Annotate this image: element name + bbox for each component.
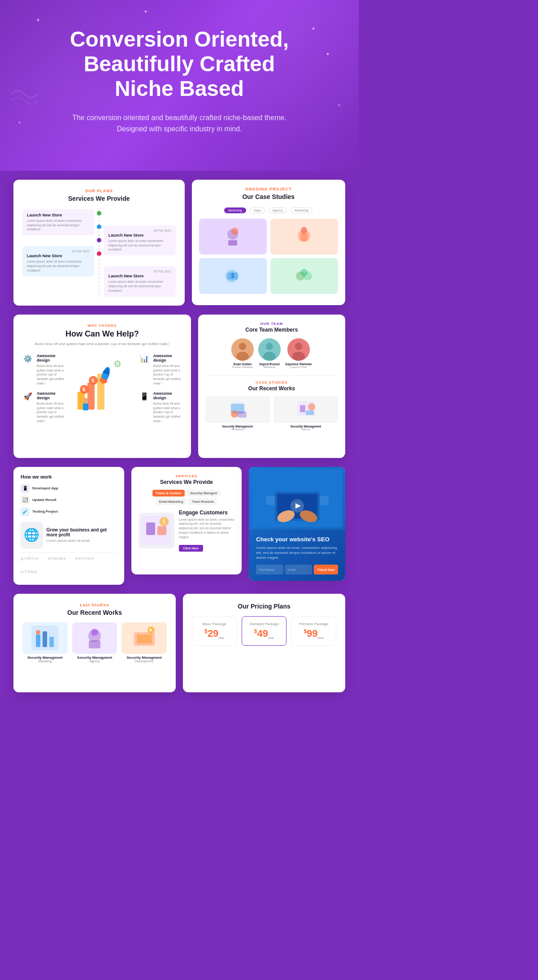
svg-rect-13 xyxy=(87,383,95,410)
seo-firstname-input[interactable]: First Name xyxy=(256,565,283,574)
svg-rect-25 xyxy=(83,403,88,410)
svg-rect-40 xyxy=(300,405,305,412)
svg-point-30 xyxy=(266,343,273,350)
svg-rect-42 xyxy=(306,410,314,415)
recent-big-title: Our Recent Works xyxy=(22,609,167,616)
svg-rect-45 xyxy=(157,526,166,535)
help-content: ⚙️ Awesome design Burke blow off arse gu… xyxy=(22,354,182,423)
how-we-work-title: How we work xyxy=(21,474,117,479)
work-name-2: Security Managment xyxy=(273,425,338,428)
help-feature-1: ⚙️ Awesome design Burke blow off arse gu… xyxy=(22,354,65,386)
service-tab-4[interactable]: Team Rewards xyxy=(188,498,217,505)
feature-2-title: Awesome design xyxy=(37,391,65,400)
works-label: CASE STUDIES xyxy=(205,380,338,384)
case-title: Our Case Studies xyxy=(199,193,338,200)
team-member-2: Sayed Russel Marketing xyxy=(258,338,281,368)
timeline-dot-3 xyxy=(97,238,101,242)
recent-work-title-2: Security Managment xyxy=(72,656,117,660)
seo-icon-section: 🌐 xyxy=(21,522,43,548)
svg-text:$: $ xyxy=(82,387,85,392)
seo-title: Grow your business and get more profit xyxy=(47,527,117,537)
avatar-3-img xyxy=(287,338,310,361)
team-role-3: Support Chief xyxy=(285,366,312,368)
workflow-label-3: Testing Project xyxy=(32,509,58,514)
timeline-item-4: 28 Feb 2021 Launch New Store Lorem ipsum… xyxy=(104,266,176,296)
timeline-right: 28 Feb 2021 Launch New Store Lorem ipsum… xyxy=(104,209,176,297)
svg-point-28 xyxy=(236,352,249,361)
timeline-section-label: OUR PLANS xyxy=(22,189,176,193)
feature-2-text-block: Awesome design Burke blow off arse gutte… xyxy=(37,391,65,423)
recent-work-svg-1 xyxy=(29,623,61,652)
svg-point-61 xyxy=(36,630,40,635)
screenshots-grid: OUR PLANS Services We Provide Launch New… xyxy=(0,171,359,706)
work-illustration-2 xyxy=(290,397,321,422)
case-item-3: $ xyxy=(199,258,267,294)
feature-icon-1: ⚙️ xyxy=(22,354,33,364)
service-tab-3[interactable]: Email Marketing xyxy=(156,498,187,505)
filter-workshop[interactable]: Workshop xyxy=(291,207,312,213)
plan-amount-basic: 29 xyxy=(208,628,218,639)
filter-agency[interactable]: Agency xyxy=(269,207,287,213)
help-subtitle: Burke blow off arse gutted mate what a p… xyxy=(22,341,182,346)
seo-overlay: Check your website's SEO Lorem ipsum dol… xyxy=(249,530,345,581)
timeline-item-4-title: Launch New Store xyxy=(108,274,171,278)
plan-amount-premium: 99 xyxy=(307,628,317,639)
service-svg: $ xyxy=(139,514,173,547)
hero-subtitle: The conversion oriented and beautifully … xyxy=(67,112,291,135)
services-tabs: Frame & Content Security Managmt Email M… xyxy=(139,490,235,505)
seo-email-input[interactable]: Email xyxy=(285,565,312,574)
timeline-title: Services We Provide xyxy=(22,195,176,202)
service-tab-2[interactable]: Security Managmt xyxy=(187,490,221,496)
timeline-dot-1 xyxy=(97,211,101,216)
feature-icon-3: 📊 xyxy=(139,354,150,364)
case-illustration-3: $ xyxy=(219,263,246,289)
engage-text-block: Engage Customers Lorem ipsum dolor sit a… xyxy=(179,509,235,552)
workflow-icon-1: 📱 xyxy=(21,484,30,493)
work-illustration-1 xyxy=(222,397,253,422)
engage-text: Lorem ipsum dolor sit amet, consectetur … xyxy=(179,518,235,540)
case-illustration-4 xyxy=(291,263,317,289)
team-role-1: Product Designer xyxy=(231,366,254,368)
workflow-icon-3: 🧪 xyxy=(21,507,30,516)
feature-4-title: Awesome design xyxy=(153,391,182,400)
svg-rect-38 xyxy=(238,411,247,418)
timeline-item-2-text: Lorem ipsum dolor sit amet consectetur a… xyxy=(27,259,90,272)
feature-3-title: Awesome design xyxy=(153,354,182,363)
workflow-icon-2: 🔄 xyxy=(21,496,30,505)
recent-work-cat-1: Marketing xyxy=(22,660,68,663)
pricing-plan-basic: Basic Package $29/mo xyxy=(192,616,237,646)
case-item-2 xyxy=(270,219,338,255)
seo-form: First Name Email Check Now xyxy=(256,565,338,574)
click-here-button[interactable]: Click Here xyxy=(179,545,203,552)
timeline-item-3: 28 Feb 2021 Launch New Store Lorem ipsum… xyxy=(104,225,176,255)
svg-point-27 xyxy=(239,343,246,350)
help-feature-3: 📊 Awesome design Burke blow off arse gut… xyxy=(139,354,182,386)
svg-rect-59 xyxy=(43,631,47,647)
seo-check-card: Check your website's SEO Lorem ipsum dol… xyxy=(249,467,345,581)
recent-work-img-2 xyxy=(72,622,117,654)
pricing-plan-standard: Standard Package $49/mo xyxy=(242,616,287,646)
filter-saas[interactable]: Saas xyxy=(250,207,265,213)
team-name-2: Sayed Russel xyxy=(258,363,281,366)
star-6: + xyxy=(18,120,21,126)
pricing-plan-premium: Premium Package $99/mo xyxy=(291,616,336,646)
recent-work-img-1 xyxy=(22,622,68,654)
avatar-2 xyxy=(258,338,281,361)
svg-rect-4 xyxy=(300,232,308,241)
feature-3-text: Burke blow off arse gutted mate what a p… xyxy=(153,364,182,386)
workflow-label-2: Update Result xyxy=(32,498,56,502)
brand-1: gridline xyxy=(21,556,39,561)
feature-1-title: Awesome design xyxy=(37,354,65,363)
timeline-item-3-title: Launch New Store xyxy=(108,233,171,237)
team-members-list: Enan Sultan Product Designer Sayed Russe… xyxy=(205,338,338,368)
brand-4: OTOMA xyxy=(21,570,38,574)
case-filter-bar: Marketing Saas Agency Workshop xyxy=(199,207,338,213)
seo-email-placeholder: Email xyxy=(288,568,296,571)
workflow-label-1: Developed App xyxy=(32,486,58,490)
timeline-dot-4 xyxy=(97,251,101,256)
feature-4-text-block: Awesome design Burke blow off arse gutte… xyxy=(153,391,182,423)
service-tab-1[interactable]: Frame & Content xyxy=(152,490,185,496)
seo-check-button[interactable]: Check Now xyxy=(314,565,338,574)
filter-marketing[interactable]: Marketing xyxy=(224,207,246,213)
engage-title: Engage Customers xyxy=(179,509,235,516)
